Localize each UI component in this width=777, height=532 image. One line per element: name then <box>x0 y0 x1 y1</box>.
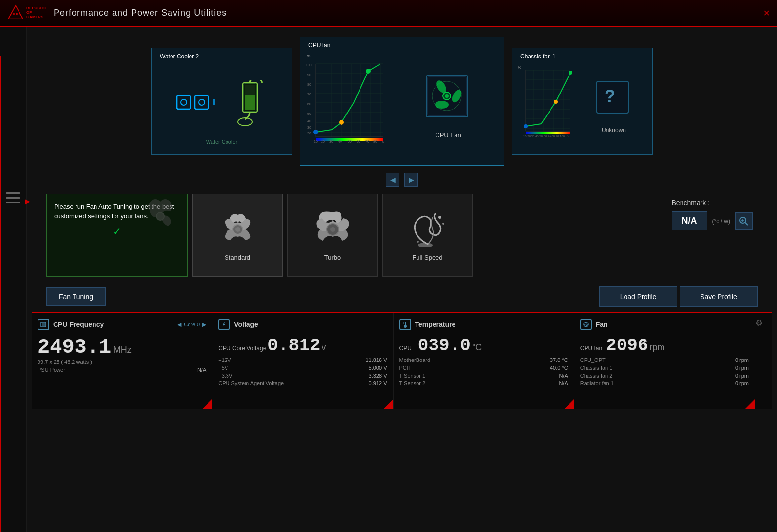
temp-row-t1: T Sensor 1 N/A <box>399 373 568 379</box>
psu-power-row: PSU Power N/A <box>38 367 206 373</box>
svg-text:30: 30 <box>307 126 311 129</box>
cpu-fan-rpm-unit: rpm <box>650 342 665 353</box>
svg-text:20: 20 <box>307 132 311 135</box>
svg-text:°c: °c <box>381 140 384 143</box>
chassis2-fan-label: Chassis fan 2 <box>580 373 613 379</box>
cpu-temp-unit: °C <box>472 342 482 353</box>
pch-value: 40.0 °C <box>550 365 568 371</box>
psu-value: N/A <box>197 367 206 373</box>
save-profile-button[interactable]: Save Profile <box>680 286 758 307</box>
svg-text:10 20 30 40 50 60 70 80 90 100: 10 20 30 40 50 60 70 80 90 100 <box>523 135 565 138</box>
svg-text:50: 50 <box>307 112 311 115</box>
water-cooler-display <box>174 91 223 119</box>
water-cooler-card[interactable]: Water Cooler 2 <box>151 48 292 155</box>
cpu-fan-display-label: CPU Fan <box>435 132 461 139</box>
svg-text:10: 10 <box>314 140 318 143</box>
fan-rows: CPU_OPT 0 rpm Chassis fan 1 0 rpm Chassi… <box>580 357 749 386</box>
cpu-frequency-panel: CPU Frequency ◀ Core 0 ▶ 2493.1 MHz 99.7… <box>32 313 212 409</box>
fan-row-radiator: Radiator fan 1 0 rpm <box>580 380 749 386</box>
chassis-fan-card[interactable]: Chassis fan 1 % <box>512 48 653 155</box>
menu-line-2 <box>6 197 20 199</box>
svg-point-4 <box>181 99 187 105</box>
cpu-fan-card[interactable]: CPU fan % 100 90 80 70 <box>300 37 504 166</box>
cpu-freq-icon <box>38 319 49 330</box>
svg-point-90 <box>442 223 444 225</box>
fan-auto-tuning-card: Please run Fan Auto Tuning to get the be… <box>46 194 188 277</box>
cpu-freq-header: CPU Frequency ◀ Core 0 ▶ <box>38 319 206 333</box>
standard-fan-icon <box>218 210 257 249</box>
sidebar-menu-icon[interactable] <box>6 192 20 203</box>
svg-point-99 <box>404 325 407 328</box>
close-button[interactable]: × <box>763 7 770 19</box>
fan-tuning-button[interactable]: Fan Tuning <box>46 287 106 306</box>
svg-text:90: 90 <box>307 73 311 76</box>
cpu-sa-value: 0.912 V <box>369 380 387 386</box>
cpu-temp-label: CPU <box>399 345 412 352</box>
svg-point-75 <box>524 124 528 128</box>
sidebar-expand-arrow[interactable]: ▶ <box>25 197 30 205</box>
voltage-row-5v: +5V 5.000 V <box>218 365 387 371</box>
fan-panel: Fan CPU fan 2096 rpm CPU_OPT 0 rpm Chass… <box>574 313 755 409</box>
fan-mode-standard[interactable]: Standard <box>192 194 283 277</box>
bottom-toolbar: Fan Tuning Load Profile Save Profile <box>32 282 772 312</box>
chassis2-fan-value: 0 rpm <box>735 373 749 379</box>
corner-accent-temp <box>564 399 574 409</box>
menu-line-1 <box>6 192 20 194</box>
fan-row-cpu-opt: CPU_OPT 0 rpm <box>580 357 749 363</box>
v5-label: +5V <box>218 365 228 371</box>
t2-value: N/A <box>559 380 568 386</box>
svg-point-77 <box>569 71 572 75</box>
svg-rect-3 <box>177 95 190 109</box>
fan-chart: % 100 90 80 70 60 50 40 30 20 <box>305 52 393 147</box>
voltage-title: Voltage <box>234 321 258 328</box>
thermometer-icon <box>402 321 409 328</box>
benchmark-value: N/A <box>672 211 707 230</box>
svg-point-51 <box>339 120 344 125</box>
chassis-fan-unknown-icon: ? <box>594 79 633 123</box>
full-speed-fan-icon <box>408 210 447 249</box>
sidebar: ▶ <box>0 27 27 532</box>
settings-button[interactable]: ⚙ <box>755 318 763 328</box>
cpu-core-prev[interactable]: ◀ <box>177 322 181 328</box>
cpu-fan-right: CPU Fan <box>398 52 499 160</box>
cpu-freq-value: 2493.1 <box>38 336 111 359</box>
fan-cards-row: Water Cooler 2 <box>32 32 772 171</box>
cpu-core-voltage-label: CPU Core Voltage <box>218 345 266 352</box>
t1-value: N/A <box>559 373 568 379</box>
voltage-rows: +12V 11.816 V +5V 5.000 V +3.3V 3.328 V … <box>218 357 387 386</box>
fan-chart-svg: % 100 90 80 70 60 50 40 30 20 <box>305 52 390 144</box>
svg-rect-10 <box>245 95 255 110</box>
cpu-core-nav: ◀ Core 0 ▶ <box>177 322 206 328</box>
temperature-panel: Temperature CPU 039.0 °C MotherBoard 37.… <box>394 313 574 409</box>
fan-mode-cards: Standard Turbo <box>192 194 662 277</box>
cpu-freq-title: CPU Frequency <box>53 321 104 328</box>
water-cooler-title: Water Cooler 2 <box>157 52 201 61</box>
corner-accent-cpu <box>202 399 212 409</box>
load-profile-button[interactable]: Load Profile <box>599 286 677 307</box>
cpu-core-voltage-value: 0.812 <box>267 337 320 355</box>
corner-accent-fan <box>745 399 755 409</box>
cpu-core-next[interactable]: ▶ <box>202 322 206 328</box>
voltage-row-12v: +12V 11.816 V <box>218 357 387 363</box>
svg-text:50: 50 <box>348 140 352 143</box>
svg-text:%: % <box>307 54 311 58</box>
fan-mode-turbo[interactable]: Turbo <box>287 194 378 277</box>
fan-panel-title: Fan <box>596 321 608 328</box>
v12-label: +12V <box>218 357 231 363</box>
v12-value: 11.816 V <box>365 357 387 363</box>
status-bar: CPU Frequency ◀ Core 0 ▶ 2493.1 MHz 99.7… <box>32 312 772 409</box>
fan-mode-full-speed[interactable]: Full Speed <box>382 194 473 277</box>
svg-text:30: 30 <box>329 140 333 143</box>
svg-point-87 <box>330 227 335 232</box>
lightning-icon <box>221 321 227 328</box>
turbo-label: Turbo <box>324 254 341 261</box>
benchmark-unit: (°c / w) <box>712 218 730 225</box>
radiator-fan-label: Radiator fan 1 <box>580 380 614 386</box>
svg-text:60: 60 <box>307 102 311 106</box>
cpu-freq-value-row: 2493.1 MHz <box>38 337 206 358</box>
svg-point-103 <box>585 323 587 325</box>
benchmark-search-button[interactable] <box>735 212 753 230</box>
fan-panel-icon <box>580 319 592 330</box>
fan-nav-next[interactable]: ▶ <box>404 173 418 187</box>
fan-nav-prev[interactable]: ◀ <box>386 173 399 187</box>
